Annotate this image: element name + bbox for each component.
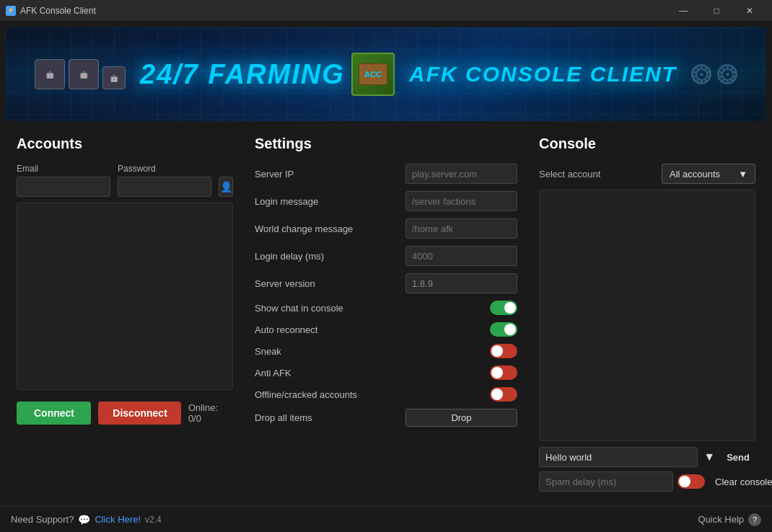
select-account-label: Select account [539, 169, 600, 179]
action-buttons-row: Connect Disconnect Online: 0/0 [17, 402, 233, 425]
minimize-button[interactable]: — [667, 0, 700, 22]
accounts-title: Accounts [17, 136, 233, 152]
gear-group [691, 64, 737, 84]
send-button[interactable]: Send [721, 449, 755, 466]
account-form-row: Email Password 👤 [17, 164, 233, 197]
anti-afk-label: Anti AFK [255, 368, 385, 378]
robot-group: 🤖 🤖 🤖 [35, 59, 126, 89]
settings-row-server-ip: Server IP [255, 164, 517, 184]
main-content: Accounts Email Password 👤 Connect Discon… [0, 121, 772, 506]
settings-row-anti-afk: Anti AFK [255, 365, 517, 380]
minecraft-block: ACC [351, 53, 395, 96]
password-label: Password [118, 164, 211, 174]
email-label: Email [17, 164, 110, 174]
select-account-dropdown[interactable]: All accounts ▼ [662, 164, 755, 184]
world-change-input[interactable] [405, 218, 517, 239]
close-button[interactable]: ✕ [733, 0, 766, 22]
titlebar-controls: — □ ✕ [667, 0, 766, 22]
login-delay-label: Login delay (ms) [255, 251, 385, 262]
spam-toggle[interactable] [677, 474, 705, 489]
server-version-input[interactable] [405, 273, 517, 293]
titlebar-left: ⚡ AFK Console Client [6, 6, 96, 16]
discord-icon: 💬 [78, 514, 90, 526]
banner-app-name: AFK CONSOLE CLIENT [409, 62, 677, 87]
accounts-list[interactable] [17, 203, 233, 390]
settings-title: Settings [255, 136, 517, 152]
offline-cracked-label: Offline/cracked accounts [255, 389, 385, 400]
password-input[interactable] [118, 177, 211, 197]
select-account-row: Select account All accounts ▼ [539, 164, 755, 184]
titlebar: ⚡ AFK Console Client — □ ✕ [0, 0, 772, 22]
anti-afk-toggle[interactable] [490, 365, 517, 380]
person-icon: 👤 [220, 181, 232, 192]
help-badge: ? [748, 513, 761, 526]
console-output[interactable] [539, 190, 755, 441]
settings-row-server-version: Server version [255, 273, 517, 293]
footer-version: v2.4 [145, 515, 162, 525]
console-title: Console [539, 136, 755, 152]
titlebar-title: AFK Console Client [20, 6, 96, 16]
console-message-input[interactable] [539, 447, 698, 467]
robot-small: 🤖 [102, 66, 126, 89]
login-delay-input[interactable] [405, 246, 517, 266]
settings-row-login-message: Login message [255, 191, 517, 211]
sneak-label: Sneak [255, 346, 385, 357]
auto-reconnect-label: Auto reconnect [255, 324, 385, 335]
clear-console-button[interactable]: Clear console [709, 474, 772, 490]
server-ip-label: Server IP [255, 169, 385, 179]
accounts-section: Accounts Email Password 👤 Connect Discon… [6, 121, 244, 506]
password-group: Password [118, 164, 211, 197]
footer: Need Support? 💬 Click Here! v2.4 Quick H… [0, 506, 772, 532]
banner-farming-text: 24/7 FARMING [140, 59, 345, 90]
dropdown-chevron-icon[interactable]: ▼ [702, 450, 716, 464]
email-input[interactable] [17, 177, 110, 197]
settings-row-world-change: World change message [255, 218, 517, 239]
email-group: Email [17, 164, 110, 197]
login-message-label: Login message [255, 196, 385, 207]
spam-delay-input[interactable] [539, 471, 673, 492]
add-account-button[interactable]: 👤 [219, 177, 233, 197]
world-change-label: World change message [255, 223, 385, 234]
drop-button[interactable]: Drop [405, 409, 517, 427]
settings-row-sneak: Sneak [255, 344, 517, 358]
quick-help-label: Quick Help [698, 514, 744, 525]
banner-left: 🤖 🤖 🤖 24/7 FARMING [35, 59, 345, 90]
settings-row-drop-items: Drop all items Drop [255, 409, 517, 427]
robot-large-2: 🤖 [69, 59, 99, 89]
show-chat-label: Show chat in console [255, 303, 385, 314]
banner: 🤖 🤖 🤖 24/7 FARMING ACC AFK CONSOLE CLIEN… [6, 27, 766, 121]
sneak-toggle[interactable] [490, 344, 517, 358]
settings-row-login-delay: Login delay (ms) [255, 246, 517, 266]
chevron-down-icon: ▼ [738, 169, 747, 179]
banner-right: ACC AFK CONSOLE CLIENT [351, 53, 737, 96]
console-section: Console Select account All accounts ▼ ▼ … [528, 121, 766, 506]
gear-icon-2 [717, 64, 737, 84]
offline-cracked-toggle[interactable] [490, 387, 517, 402]
drop-items-label: Drop all items [255, 412, 385, 423]
footer-right[interactable]: Quick Help ? [698, 513, 761, 526]
select-account-value: All accounts [670, 169, 720, 179]
console-input-row: ▼ Send [539, 447, 755, 467]
auto-reconnect-toggle[interactable] [490, 322, 517, 337]
maximize-button[interactable]: □ [700, 0, 733, 22]
settings-row-show-chat: Show chat in console [255, 301, 517, 315]
disconnect-button[interactable]: Disconnect [98, 402, 181, 425]
server-version-label: Server version [255, 278, 385, 289]
app-icon: ⚡ [6, 6, 16, 16]
support-text: Need Support? [11, 514, 74, 525]
robot-large-1: 🤖 [35, 59, 65, 89]
acc-label: ACC [359, 63, 387, 85]
settings-row-offline-cracked: Offline/cracked accounts [255, 387, 517, 402]
click-here-link[interactable]: Click Here! [95, 514, 141, 525]
online-status: Online: 0/0 [188, 402, 233, 424]
spam-row: Clear console [539, 471, 755, 492]
settings-section: Settings Server IP Login message World c… [244, 121, 528, 506]
login-message-input[interactable] [405, 191, 517, 211]
gear-icon-1 [691, 64, 711, 84]
settings-row-auto-reconnect: Auto reconnect [255, 322, 517, 337]
footer-left: Need Support? 💬 Click Here! v2.4 [11, 514, 162, 526]
show-chat-toggle[interactable] [490, 301, 517, 315]
connect-button[interactable]: Connect [17, 402, 91, 425]
server-ip-input[interactable] [405, 164, 517, 184]
